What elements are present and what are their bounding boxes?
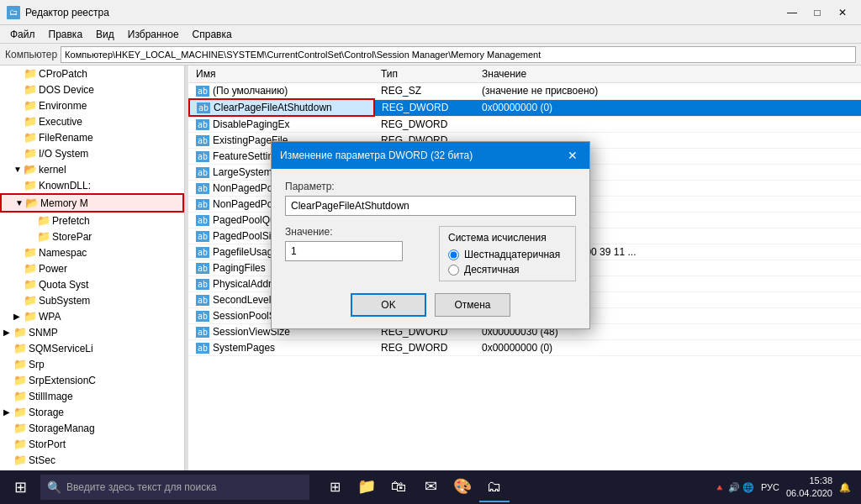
tree-item-namespace[interactable]: 📁 Namespac — [0, 244, 184, 260]
col-name: Имя — [189, 66, 374, 83]
taskbar-search[interactable]: 🔍 Введите здесь текст для поиска — [40, 475, 309, 500]
folder-icon: 📁 — [13, 374, 27, 386]
start-button[interactable]: ⊞ — [3, 470, 37, 504]
tree-label: Srp — [29, 359, 45, 370]
value-label: Значение: — [285, 226, 422, 238]
tree-item-storepar[interactable]: 📁 StorePar — [0, 228, 184, 244]
taskbar-app-explorer[interactable]: 📁 — [351, 472, 382, 502]
value-section: Значение: — [285, 226, 422, 271]
tree-item-storage[interactable]: ▶ 📁 Storage — [0, 404, 184, 420]
reg-type-icon: ab — [196, 327, 209, 338]
expand-icon: ▼ — [15, 198, 24, 207]
value-type-cell: REG_DWORD — [374, 99, 475, 116]
radio-dec[interactable]: Десятичная — [448, 264, 567, 276]
tree-item-stillimage[interactable]: 📁 StillImage — [0, 388, 184, 404]
menu-favorites[interactable]: Избранное — [121, 27, 186, 42]
tree-item-filerename[interactable]: 📁 FileRename — [0, 129, 184, 145]
reg-type-icon: ab — [196, 231, 209, 242]
value-type-cell: REG_SZ — [374, 83, 475, 100]
reg-type-icon: ab — [196, 86, 209, 97]
table-row[interactable]: ab(По умолчанию)REG_SZ(значение не присв… — [189, 83, 861, 100]
dialog-close-button[interactable]: ✕ — [564, 147, 581, 164]
tree-label: StorePar — [52, 231, 92, 243]
taskbar-lang: РУС — [761, 482, 779, 492]
param-input[interactable] — [285, 196, 576, 216]
tree-item-storagemgr[interactable]: 📁 StorageManag — [0, 420, 184, 436]
tree-item-executive[interactable]: 📁 Executive — [0, 113, 184, 129]
tree-label: Prefetch — [52, 215, 90, 227]
tree-item-memorym[interactable]: ▼ 📂 Memory M — [0, 193, 184, 213]
folder-icon: 📁 — [24, 246, 37, 259]
param-label: Параметр: — [285, 181, 576, 192]
menu-file[interactable]: Файл — [3, 27, 42, 42]
folder-icon: 📁 — [24, 179, 37, 192]
reg-type-icon: ab — [196, 167, 209, 178]
value-type-cell: REG_DWORD — [374, 116, 475, 133]
tree-label: SubSystem — [39, 295, 90, 307]
reg-type-icon: ab — [196, 247, 209, 258]
taskbar-app-mail[interactable]: ✉ — [415, 472, 446, 502]
tree-item-kernel[interactable]: ▼ 📂 kernel — [0, 161, 184, 177]
search-placeholder: Введите здесь текст для поиска — [66, 481, 216, 493]
reg-type-icon: ab — [196, 343, 209, 354]
folder-icon: 📁 — [24, 115, 37, 128]
folder-icon: 📁 — [24, 83, 37, 96]
tree-item-quota[interactable]: 📁 Quota Syst — [0, 276, 184, 292]
maximize-button[interactable]: □ — [806, 4, 829, 21]
menu-edit[interactable]: Правка — [42, 27, 90, 42]
cancel-button[interactable]: Отмена — [435, 293, 510, 317]
close-button[interactable]: ✕ — [831, 4, 854, 21]
tree-item-srpext[interactable]: 📁 SrpExtensionC — [0, 372, 184, 388]
value-data-cell: (значение не присвоено) — [475, 83, 861, 100]
tree-label: SQMServiceLi — [29, 343, 93, 354]
tree-item-cpro[interactable]: 📁 CProPatch — [0, 66, 184, 81]
dialog-row: Значение: Система исчисления Шестнадцате… — [285, 226, 576, 281]
expand-icon: ▼ — [13, 165, 22, 174]
taskbar-right: 🔺 🔊 🌐 РУС 15:38 06.04.2020 🔔 — [714, 475, 858, 501]
tree-item-snmp[interactable]: ▶ 📁 SNMP — [0, 324, 184, 340]
tree-item-sqm[interactable]: 📁 SQMServiceLi — [0, 340, 184, 356]
address-path[interactable]: Компьютер\HKEY_LOCAL_MACHINE\SYSTEM\Curr… — [61, 46, 856, 63]
folder-icon: 📁 — [24, 67, 37, 80]
minimize-button[interactable]: — — [780, 4, 804, 21]
tree-item-wpa[interactable]: ▶ 📁 WPA — [0, 308, 184, 324]
reg-type-icon: ab — [197, 102, 210, 113]
menu-view[interactable]: Вид — [89, 27, 121, 42]
value-data-cell — [475, 116, 861, 133]
table-row[interactable]: abSystemPagesREG_DWORD0x00000000 (0) — [189, 340, 861, 356]
tree-item-stsec[interactable]: 📁 StSec — [0, 452, 184, 468]
radio-hex[interactable]: Шестнадцатеричная — [448, 249, 567, 260]
folder-icon: 📁 — [24, 262, 37, 275]
taskbar-app-store[interactable]: 🛍 — [383, 472, 414, 502]
col-type: Тип — [374, 66, 475, 83]
table-row[interactable]: abClearPageFileAtShutdownREG_DWORD0x0000… — [189, 99, 861, 116]
value-input[interactable] — [285, 241, 403, 261]
dword-dialog: Изменение параметра DWORD (32 бита) ✕ Па… — [271, 141, 590, 329]
tree-item-subsystem[interactable]: 📁 SubSystem — [0, 292, 184, 308]
folder-icon: 📁 — [24, 278, 37, 291]
title-bar-left: 🗂 Редактор реестра — [7, 6, 109, 19]
tree-item-power[interactable]: 📁 Power — [0, 260, 184, 276]
tree-label: Quota Syst — [39, 279, 88, 291]
menu-help[interactable]: Справка — [186, 27, 239, 42]
tree-item-environ[interactable]: 📁 Environme — [0, 97, 184, 113]
tree-item-storport[interactable]: 📁 StorPort — [0, 436, 184, 452]
tree-item-knowndll[interactable]: 📁 KnownDLL: — [0, 177, 184, 193]
tree-item-dos[interactable]: 📁 DOS Device — [0, 81, 184, 97]
folder-icon: 📁 — [13, 422, 27, 434]
tree-item-prefetch[interactable]: 📁 Prefetch — [0, 213, 184, 228]
ok-button[interactable]: OK — [351, 293, 426, 317]
tree-item-srp[interactable]: 📁 Srp — [0, 356, 184, 372]
tree-label: StSec — [29, 454, 55, 466]
taskbar-date: 06.04.2020 — [786, 487, 832, 500]
title-bar: 🗂 Редактор реестра — □ ✕ — [0, 0, 861, 25]
taskbar-app-view[interactable]: ⊞ — [320, 472, 350, 502]
reg-type-icon: ab — [196, 119, 209, 130]
tree-item-iosystem[interactable]: 📁 I/O System — [0, 145, 184, 161]
taskbar-app-paint[interactable]: 🎨 — [447, 472, 478, 502]
reg-type-icon: ab — [196, 135, 209, 146]
taskbar-app-regedit[interactable]: 🗂 — [479, 472, 510, 502]
table-row[interactable]: abDisablePagingExREG_DWORD — [189, 116, 861, 133]
expand-icon: ▶ — [3, 328, 12, 337]
folder-icon: 📁 — [37, 230, 50, 243]
